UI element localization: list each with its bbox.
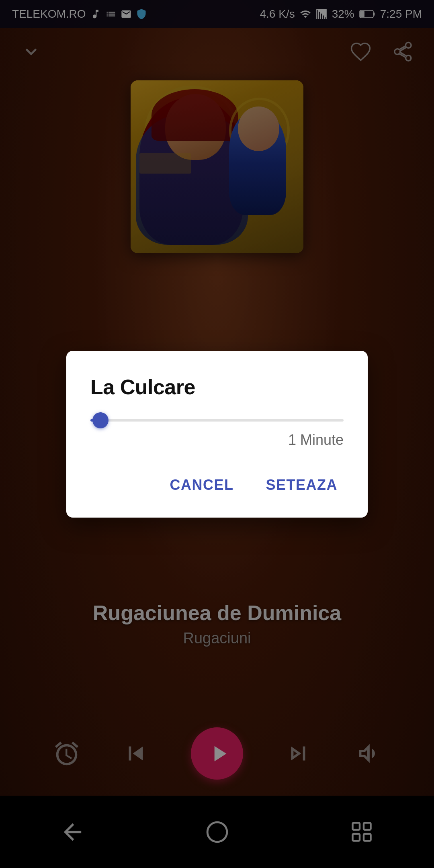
dialog-buttons: CANCEL SETEAZA bbox=[90, 473, 344, 497]
cancel-button[interactable]: CANCEL bbox=[164, 473, 240, 497]
slider-value: 1 Minute bbox=[90, 432, 344, 448]
dialog-title: La Culcare bbox=[90, 375, 344, 399]
dialog-overlay: La Culcare 1 Minute CANCEL SETEAZA bbox=[0, 0, 434, 868]
slider-track[interactable] bbox=[90, 419, 344, 422]
slider-thumb[interactable] bbox=[92, 412, 108, 428]
confirm-button[interactable]: SETEAZA bbox=[260, 473, 344, 497]
slider-container[interactable] bbox=[90, 419, 344, 422]
sleep-timer-dialog: La Culcare 1 Minute CANCEL SETEAZA bbox=[66, 351, 368, 518]
